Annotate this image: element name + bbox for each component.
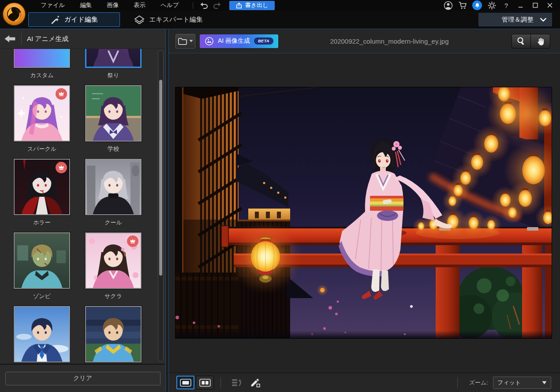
canvas-footer-toolbar: ズーム: フィット	[169, 373, 560, 392]
preset-thumbnail[interactable]	[14, 306, 70, 362]
preset-label: 学校	[85, 145, 142, 153]
zoom-level-dropdown[interactable]: フィット	[493, 377, 551, 389]
guided-tab-label: ガイド編集	[64, 15, 98, 24]
clear-button[interactable]: クリア	[5, 372, 161, 385]
manage-adjust-label: 管理＆調整	[502, 15, 534, 24]
dropdown-arrow-icon	[189, 40, 193, 42]
preset-thumbnail[interactable]	[85, 306, 142, 362]
export-button[interactable]: 書き出し	[229, 1, 275, 10]
preset-thumbnail[interactable]	[85, 85, 142, 142]
back-button[interactable]	[0, 32, 19, 45]
bottom-vignette	[175, 331, 552, 338]
ai-generate-label: AI 画像生成	[218, 37, 250, 45]
single-view-button[interactable]	[176, 376, 194, 389]
workspace: AI アニメ生成 カスタム 祭り スパークル 学校 ホラー	[0, 29, 560, 392]
preset-sakura[interactable]: サクラ	[85, 232, 157, 300]
manage-adjust-dropdown[interactable]: 管理＆調整	[478, 13, 552, 26]
minimize-button[interactable]	[516, 0, 526, 10]
close-button[interactable]	[545, 0, 555, 10]
export-icon	[236, 2, 242, 9]
preset-school[interactable]: 学校	[85, 85, 157, 153]
panel-header: AI アニメ生成	[0, 29, 165, 49]
dropdown-arrow-icon	[542, 381, 547, 385]
preset-label: スパークル	[14, 145, 70, 153]
menu-bar: ファイル編集画像表示ヘルプ	[33, 0, 187, 11]
chevron-down-icon	[540, 17, 547, 22]
magnifier-icon	[516, 37, 526, 46]
ai-image-icon	[205, 37, 214, 46]
panel-footer: クリア	[0, 364, 165, 392]
help-button[interactable]: ?	[501, 0, 511, 10]
zoom-level-value: フィット	[497, 379, 521, 387]
preset-thumbnail[interactable]	[14, 49, 70, 68]
export-label: 書き出し	[245, 1, 269, 9]
open-filename: 20200922_column_modern-living_ey.jpg	[330, 37, 448, 45]
preset-festival[interactable]: 祭り	[85, 49, 157, 79]
preset-label: クール	[85, 219, 142, 227]
edit-annotate-button[interactable]	[250, 378, 261, 388]
zoom-label: ズーム:	[469, 379, 488, 387]
menu-item-4[interactable]: ヘルプ	[153, 0, 186, 11]
preset-thumbnail[interactable]	[14, 85, 70, 142]
undo-button[interactable]	[199, 0, 209, 10]
mode-tab-bar: ガイド編集 エキスパート編集 管理＆調整	[0, 11, 560, 29]
scrollbar-thumb[interactable]	[159, 80, 162, 276]
zoom-tool-button[interactable]	[511, 34, 531, 49]
preset-custom[interactable]: カスタム	[14, 49, 85, 79]
hand-icon	[536, 37, 545, 46]
preset-thumbnail[interactable]	[85, 159, 142, 215]
ai-image-generate-button[interactable]: AI 画像生成 BETA	[200, 34, 278, 48]
account-icon[interactable]	[443, 0, 453, 10]
back-arrow-icon	[3, 34, 17, 44]
header-divider	[21, 33, 22, 45]
main-area: AI 画像生成 BETA 20200922_column_modern-livi…	[168, 29, 560, 392]
menu-separator	[193, 2, 193, 9]
canvas	[169, 53, 560, 373]
beta-badge: BETA	[254, 37, 273, 45]
sidebar-scrollbar[interactable]	[158, 50, 164, 362]
premium-crown-badge	[56, 162, 67, 173]
layers-icon	[134, 15, 145, 25]
preset-thumbnail[interactable]	[14, 232, 70, 289]
split-view-button[interactable]	[196, 376, 214, 389]
preset-cool[interactable]: クール	[85, 159, 157, 227]
folder-icon	[178, 37, 187, 45]
preset-sparkle[interactable]: スパークル	[14, 85, 85, 153]
preset-thumbnail[interactable]	[85, 232, 142, 289]
adjustment-history-button[interactable]	[231, 378, 242, 387]
tab-guided-edit[interactable]: ガイド編集	[28, 12, 120, 27]
menu-item-0[interactable]: ファイル	[33, 0, 72, 11]
open-file-button[interactable]	[175, 34, 195, 49]
preset-label: サクラ	[85, 292, 142, 300]
preset-thumbnail[interactable]	[14, 159, 70, 215]
hanging-lantern	[230, 222, 301, 293]
menu-item-3[interactable]: 表示	[126, 0, 153, 11]
preset-suit[interactable]	[14, 306, 85, 364]
magic-wand-icon	[50, 15, 60, 25]
panel-title: AI アニメ生成	[27, 35, 68, 43]
canvas-image	[175, 87, 552, 338]
settings-gear-icon[interactable]	[487, 0, 497, 10]
ai-anime-panel: AI アニメ生成 カスタム 祭り スパークル 学校 ホラー	[0, 29, 166, 392]
maximize-button[interactable]	[530, 0, 540, 10]
shop-cart-icon[interactable]	[458, 0, 467, 10]
preset-thumbnail[interactable]	[85, 49, 142, 68]
menu-item-1[interactable]: 編集	[72, 0, 99, 11]
preset-list-viewport: カスタム 祭り スパークル 学校 ホラー クール	[0, 49, 165, 364]
zoom-divider	[457, 377, 458, 388]
tab-expert-edit[interactable]: エキスパート編集	[128, 12, 209, 27]
preset-label: 祭り	[85, 71, 142, 79]
menu-item-2[interactable]: 画像	[99, 0, 126, 11]
premium-crown-badge	[127, 235, 138, 247]
premium-crown-badge	[56, 88, 67, 100]
pan-hand-tool-button[interactable]	[531, 34, 550, 49]
preset-sports[interactable]	[85, 306, 157, 364]
preset-label: ゾンビ	[14, 292, 70, 300]
preset-grid: カスタム 祭り スパークル 学校 ホラー クール	[0, 49, 157, 364]
title-bar: ファイル編集画像表示ヘルプ 書き出し ?	[0, 0, 560, 11]
preset-horror[interactable]: ホラー	[14, 159, 85, 227]
redo-button[interactable]	[213, 0, 222, 10]
preset-zombie[interactable]: ゾンビ	[14, 232, 85, 300]
notifications-bell-icon[interactable]	[472, 0, 482, 10]
expert-tab-label: エキスパート編集	[149, 15, 203, 24]
